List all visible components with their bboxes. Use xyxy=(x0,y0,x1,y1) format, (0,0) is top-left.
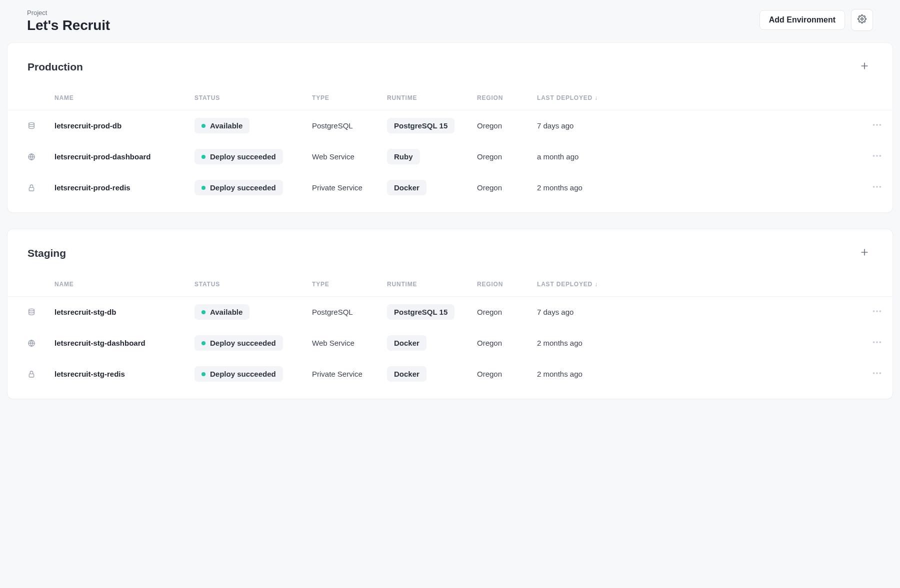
more-horizontal-icon xyxy=(872,186,882,194)
svg-point-25 xyxy=(876,341,878,343)
lock-icon xyxy=(28,370,54,378)
col-type[interactable]: Type xyxy=(312,94,387,101)
add-service-button[interactable] xyxy=(856,58,872,75)
status-badge: Deploy succeeded xyxy=(194,149,283,164)
table-header: Name Status Type Runtime Region Last Dep… xyxy=(8,85,892,110)
service-name: letsrecruit-stg-redis xyxy=(54,370,194,378)
svg-point-5 xyxy=(876,124,878,126)
col-last-deployed[interactable]: Last Deployed↓ xyxy=(537,281,856,288)
environment-card-header: Staging xyxy=(8,229,892,272)
more-horizontal-icon xyxy=(872,124,882,132)
services-table: Name Status Type Runtime Region Last Dep… xyxy=(8,272,892,399)
col-region[interactable]: Region xyxy=(477,281,537,288)
col-name[interactable]: Name xyxy=(54,94,194,101)
service-name: letsrecruit-prod-dashboard xyxy=(54,152,194,161)
svg-point-24 xyxy=(873,341,875,343)
svg-point-13 xyxy=(873,186,875,188)
service-status-cell: Deploy succeeded xyxy=(194,366,312,382)
environment-card: Staging Name Status Type Runtime Region … xyxy=(7,229,893,399)
environment-title: Staging xyxy=(28,247,66,259)
plus-icon xyxy=(860,251,870,259)
col-last-deployed[interactable]: Last Deployed↓ xyxy=(537,94,856,101)
row-more-button[interactable] xyxy=(868,147,886,166)
svg-point-6 xyxy=(880,124,882,126)
status-text: Deploy succeeded xyxy=(210,183,276,192)
col-last-deployed-label: Last Deployed xyxy=(537,281,592,288)
svg-point-26 xyxy=(880,341,882,343)
lock-icon xyxy=(28,184,54,192)
service-type: Web Service xyxy=(312,339,387,347)
runtime-badge: Docker xyxy=(387,366,426,382)
svg-point-19 xyxy=(873,310,875,312)
table-row[interactable]: letsrecruit-stg-dashboard Deploy succeed… xyxy=(8,328,892,359)
service-region: Oregon xyxy=(477,121,537,130)
status-dot-icon xyxy=(202,310,206,314)
service-last-deployed: 7 days ago xyxy=(537,121,856,130)
svg-point-0 xyxy=(861,18,864,20)
settings-button[interactable] xyxy=(851,9,873,31)
service-name: letsrecruit-prod-redis xyxy=(54,183,194,192)
globe-icon xyxy=(28,339,54,347)
row-more-button[interactable] xyxy=(868,365,886,383)
row-actions xyxy=(856,116,886,135)
svg-point-18 xyxy=(29,309,34,311)
svg-point-10 xyxy=(876,155,878,157)
col-name[interactable]: Name xyxy=(54,281,194,288)
service-type: PostgreSQL xyxy=(312,121,387,130)
add-environment-button[interactable]: Add Environment xyxy=(760,10,845,30)
service-name: letsrecruit-prod-db xyxy=(54,121,194,130)
status-text: Deploy succeeded xyxy=(210,152,276,161)
services-table: Name Status Type Runtime Region Last Dep… xyxy=(8,85,892,212)
svg-point-11 xyxy=(880,155,882,157)
environments-list: Production Name Status Type Runtime Regi… xyxy=(7,42,893,399)
service-type: Private Service xyxy=(312,183,387,192)
col-runtime[interactable]: Runtime xyxy=(387,281,477,288)
col-status[interactable]: Status xyxy=(194,281,312,288)
more-horizontal-icon xyxy=(872,155,882,163)
status-badge: Available xyxy=(194,118,250,133)
status-text: Deploy succeeded xyxy=(210,370,276,378)
plus-icon xyxy=(860,65,870,72)
status-dot-icon xyxy=(202,155,206,159)
svg-point-21 xyxy=(880,310,882,312)
col-status[interactable]: Status xyxy=(194,94,312,101)
svg-point-29 xyxy=(876,372,878,374)
table-body: letsrecruit-stg-db Available PostgreSQL … xyxy=(8,297,892,399)
add-service-button[interactable] xyxy=(856,244,872,262)
service-last-deployed: 2 months ago xyxy=(537,370,856,378)
col-runtime[interactable]: Runtime xyxy=(387,94,477,101)
table-row[interactable]: letsrecruit-prod-dashboard Deploy succee… xyxy=(8,141,892,172)
table-row[interactable]: letsrecruit-prod-db Available PostgreSQL… xyxy=(8,110,892,141)
environment-card-header: Production xyxy=(8,43,892,85)
service-region: Oregon xyxy=(477,370,537,378)
runtime-badge: Ruby xyxy=(387,149,420,164)
status-dot-icon xyxy=(202,186,206,190)
table-row[interactable]: letsrecruit-prod-redis Deploy succeeded … xyxy=(8,172,892,203)
row-actions xyxy=(856,178,886,197)
col-region[interactable]: Region xyxy=(477,94,537,101)
runtime-badge: PostgreSQL 15 xyxy=(387,118,454,133)
row-more-button[interactable] xyxy=(868,334,886,352)
service-name: letsrecruit-stg-db xyxy=(54,308,194,316)
status-text: Available xyxy=(210,121,242,130)
row-more-button[interactable] xyxy=(868,303,886,321)
status-text: Available xyxy=(210,308,242,316)
table-row[interactable]: letsrecruit-stg-db Available PostgreSQL … xyxy=(8,297,892,328)
service-region: Oregon xyxy=(477,339,537,347)
svg-point-20 xyxy=(876,310,878,312)
globe-icon xyxy=(28,153,54,161)
row-actions xyxy=(856,147,886,166)
svg-point-3 xyxy=(29,122,34,124)
row-more-button[interactable] xyxy=(868,116,886,135)
table-row[interactable]: letsrecruit-stg-redis Deploy succeeded P… xyxy=(8,359,892,390)
service-runtime-cell: PostgreSQL 15 xyxy=(387,304,477,320)
row-more-button[interactable] xyxy=(868,178,886,197)
page-title-block: Project Let's Recruit xyxy=(27,9,110,33)
svg-point-15 xyxy=(880,186,882,188)
service-runtime-cell: Docker xyxy=(387,366,477,382)
row-actions xyxy=(856,303,886,321)
more-horizontal-icon xyxy=(872,311,882,318)
col-type[interactable]: Type xyxy=(312,281,387,288)
status-badge: Available xyxy=(194,304,250,320)
status-text: Deploy succeeded xyxy=(210,339,276,347)
